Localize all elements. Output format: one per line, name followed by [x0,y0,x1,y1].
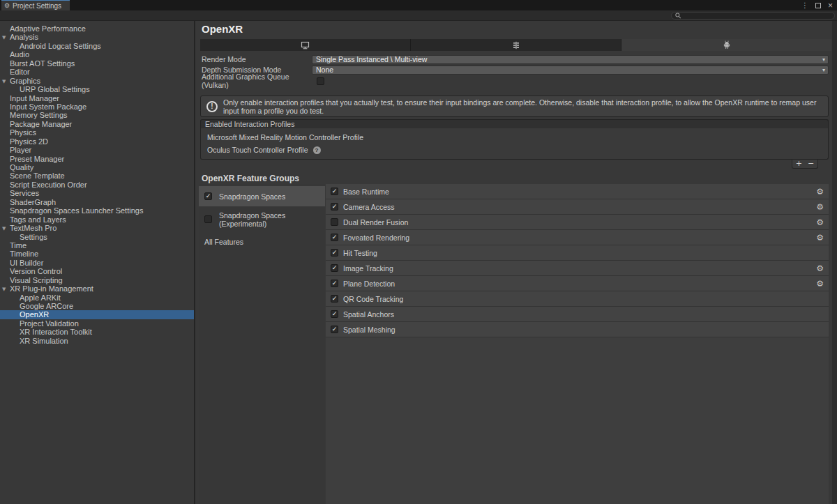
render-mode-row: Render Mode Single Pass Instanced \ Mult… [202,54,829,64]
kebab-menu-icon[interactable]: ⋮ [801,2,808,9]
feature-row-hit-testing[interactable]: ✓Hit Testing [326,245,829,261]
sidebar-item-adaptive-performance[interactable]: Adaptive Performance [0,24,194,33]
sidebar-item-xr-plug-in-management[interactable]: ▼XR Plug-in Management [0,284,194,293]
sidebar-item-burst-aot-settings[interactable]: Burst AOT Settings [0,59,194,68]
feature-checkbox[interactable]: ✓ [331,188,338,195]
feature-group-snapdragon-spaces[interactable]: ✓Snapdragon Spaces [199,186,325,206]
sidebar-item-player[interactable]: Player [0,146,194,154]
feature-group-label: Snapdragon Spaces (Experimental) [219,211,325,228]
feature-checkbox[interactable]: ✓ [331,326,338,333]
gear-icon[interactable]: ⚙ [816,234,824,242]
gear-icon[interactable]: ⚙ [816,218,824,227]
sidebar-item-xr-interaction-toolkit[interactable]: XR Interaction Toolkit [0,328,194,336]
vertical-scrollbar[interactable] [832,21,837,504]
feature-checkbox[interactable] [331,218,338,226]
sidebar-item-preset-manager[interactable]: Preset Manager [0,155,194,163]
platform-tab-desktop-monitor[interactable] [200,39,411,51]
sidebar-item-google-arcore[interactable]: Google ARCore [0,302,194,310]
sidebar-item-editor[interactable]: Editor [0,68,194,76]
sidebar-item-openxr[interactable]: OpenXR [0,310,194,319]
help-icon[interactable]: ? [313,146,321,154]
search-input[interactable] [684,13,831,20]
feature-group-snapdragon-spaces-experimental[interactable]: Snapdragon Spaces (Experimental) [199,209,325,229]
feature-label: Foveated Rendering [343,234,409,242]
project-settings-window-tab[interactable]: ⚙ Project Settings [1,0,70,10]
feature-row-qr-code-tracking[interactable]: ✓QR Code Tracking [326,291,829,307]
sidebar-item-visual-scripting[interactable]: Visual Scripting [0,276,194,284]
feature-row-camera-access[interactable]: ✓Camera Access⚙ [326,199,829,215]
render-mode-dropdown[interactable]: Single Pass Instanced \ Multi-view ▾ [312,55,829,64]
gear-icon[interactable]: ⚙ [816,188,824,196]
feature-label: Dual Render Fusion [343,218,408,227]
search-box[interactable] [671,12,835,20]
remove-profile-button[interactable]: − [808,160,814,167]
sidebar-item-label: Script Execution Order [10,181,87,189]
sidebar-item-services[interactable]: Services [0,189,194,197]
sidebar-item-apple-arkit[interactable]: Apple ARKit [0,293,194,302]
sidebar-item-project-validation[interactable]: Project Validation [0,319,194,328]
sidebar-item-label: Apple ARKit [20,293,61,302]
feature-label: Image Tracking [343,264,393,273]
feature-row-foveated-rendering[interactable]: ✓Foveated Rendering⚙ [326,230,829,245]
feature-checkbox[interactable]: ✓ [331,249,338,257]
feature-checkbox[interactable]: ✓ [331,203,338,211]
feature-label: Plane Detection [343,280,395,288]
feature-checkbox[interactable]: ✓ [331,280,338,287]
feature-row-image-tracking[interactable]: ✓Image Tracking⚙ [326,261,829,276]
feature-checkbox[interactable]: ✓ [331,234,338,241]
feature-group-checkbox[interactable] [204,215,212,223]
maximize-icon[interactable] [815,3,821,8]
sidebar-item-quality[interactable]: Quality [0,163,194,171]
sidebar-item-memory-settings[interactable]: Memory Settings [0,111,194,119]
close-icon[interactable]: × [828,1,833,10]
sidebar-item-scene-template[interactable]: Scene Template [0,171,194,180]
sidebar-item-settings[interactable]: Settings [0,233,194,241]
sidebar-item-label: UI Builder [10,259,43,267]
sidebar-item-analysis[interactable]: ▼Analysis [0,33,194,41]
feature-group-checkbox[interactable]: ✓ [204,192,212,200]
window-title: Project Settings [13,2,61,10]
sidebar-item-shadergraph[interactable]: ShaderGraph [0,198,194,206]
sidebar-item-input-manager[interactable]: Input Manager [0,94,194,102]
add-profile-button[interactable]: + [796,160,802,167]
platform-tab-android-robot[interactable] [621,39,831,51]
platform-tab-device-sliders[interactable] [411,39,621,51]
feature-row-spatial-anchors[interactable]: ✓Spatial Anchors [326,307,829,322]
graphics-queue-label: Additional Graphics Queue (Vulkan) [202,72,317,89]
feature-row-spatial-meshing[interactable]: ✓Spatial Meshing [326,322,829,337]
sidebar-item-graphics[interactable]: ▼Graphics [0,77,194,85]
sidebar-item-timeline[interactable]: Timeline [0,250,194,258]
depth-submission-dropdown[interactable]: None ▾ [312,66,829,75]
profile-row-microsoft-mixed-reality-motion-controller-profile[interactable]: Microsoft Mixed Reality Motion Controlle… [201,131,828,144]
profiles-list-footer: + − [792,160,818,169]
sidebar-item-xr-simulation[interactable]: XR Simulation [0,337,194,345]
sidebar-item-audio[interactable]: Audio [0,50,194,59]
all-features-item[interactable]: All Features [199,238,325,246]
feature-row-base-runtime[interactable]: ✓Base Runtime⚙ [326,184,829,199]
feature-checkbox[interactable]: ✓ [331,295,338,303]
sidebar-item-package-manager[interactable]: Package Manager [0,120,194,128]
profile-row-oculus-touch-controller-profile[interactable]: Oculus Touch Controller Profile? [201,144,828,156]
gear-icon[interactable]: ⚙ [816,264,824,273]
sidebar-item-urp-global-settings[interactable]: URP Global Settings [0,85,194,93]
feature-row-dual-render-fusion[interactable]: Dual Render Fusion⚙ [326,215,829,230]
gear-icon[interactable]: ⚙ [816,280,824,288]
sidebar-item-android-logcat-settings[interactable]: Android Logcat Settings [0,42,194,50]
openxr-settings-panel: OpenXR Render Mode Single Pass Instanced… [197,21,837,504]
sidebar-item-tags-and-layers[interactable]: Tags and Layers [0,215,194,224]
sidebar-item-input-system-package[interactable]: Input System Package [0,102,194,111]
sidebar-item-ui-builder[interactable]: UI Builder [0,259,194,267]
sidebar-item-time[interactable]: Time [0,241,194,250]
gear-icon[interactable]: ⚙ [816,203,824,211]
additional-graphics-queue-checkbox[interactable] [317,77,324,85]
sidebar-item-script-execution-order[interactable]: Script Execution Order [0,181,194,189]
sidebar-item-label: Adaptive Performance [10,24,86,33]
sidebar-item-textmesh-pro[interactable]: ▼TextMesh Pro [0,224,194,232]
sidebar-item-snapdragon-spaces-launcher-settings[interactable]: Snapdragon Spaces Launcher Settings [0,206,194,215]
sidebar-item-physics[interactable]: Physics [0,128,194,137]
feature-checkbox[interactable]: ✓ [331,264,338,272]
feature-checkbox[interactable]: ✓ [331,310,338,318]
sidebar-item-physics-2d[interactable]: Physics 2D [0,137,194,146]
feature-row-plane-detection[interactable]: ✓Plane Detection⚙ [326,276,829,291]
sidebar-item-version-control[interactable]: Version Control [0,267,194,275]
